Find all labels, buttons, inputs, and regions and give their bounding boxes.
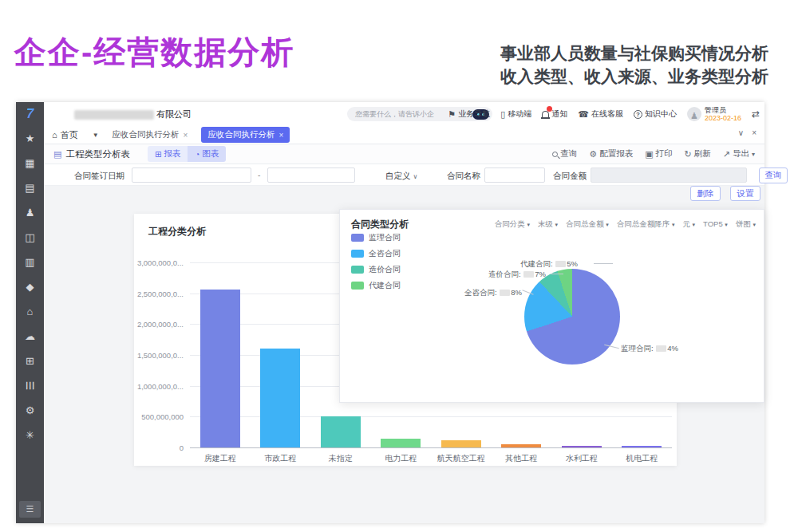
label-connector [551, 274, 563, 274]
chevron-down-icon: ▾ [752, 151, 755, 158]
settings-button[interactable]: 设置 [730, 186, 760, 201]
favorites-icon[interactable]: ★ [16, 126, 44, 151]
pie-label: 全咨合同: 8% [464, 288, 522, 298]
pie-chart-title: 合同类型分析 [351, 218, 409, 231]
asterisk-icon[interactable]: ✳ [16, 423, 44, 447]
report-icon[interactable]: ◫ [16, 225, 44, 250]
nav-item-移动端[interactable]: ▯移动端 [500, 108, 531, 120]
pie-filter-合同分类[interactable]: 合同分类 ▾ [495, 219, 530, 230]
bar-房建工程[interactable] [200, 290, 240, 447]
nav-item-业务导航[interactable]: ⚑业务导航 [448, 108, 490, 120]
contract-amount-input[interactable] [591, 167, 747, 183]
shield-icon[interactable]: ◆ [16, 274, 44, 299]
legend-item-代建合同: 代建合同 [351, 280, 401, 291]
contract-name-input[interactable] [484, 167, 545, 183]
date-from-input[interactable] [132, 167, 251, 183]
nav-item-通知[interactable]: 通知 [542, 108, 567, 120]
pie-filter-TOP5[interactable]: TOP5 ▾ [703, 219, 728, 230]
delete-button[interactable]: 删除 [690, 186, 721, 201]
pie-label-name: 造价合同: [488, 270, 523, 278]
switch-account-icon[interactable]: ⇄ [752, 108, 760, 120]
action-刷新[interactable]: ↻刷新 [685, 148, 711, 160]
bar-其他工程[interactable] [501, 444, 541, 447]
bar-机电工程[interactable] [622, 446, 662, 447]
pie-filter-label: TOP5 [703, 219, 725, 228]
tabs-chevron-icon[interactable]: ∨ [738, 128, 744, 137]
legend-swatch [351, 234, 364, 242]
project-icon[interactable]: ▥ [16, 250, 44, 274]
nav-label: 知识中心 [645, 108, 677, 120]
phone-icon: ▯ [500, 109, 505, 120]
action-配置报表[interactable]: ⚙配置报表 [589, 148, 633, 160]
home-dropdown-caret-icon[interactable]: ▼ [93, 132, 99, 139]
view-segmented-control: ⊞报表◔图表 [148, 146, 226, 162]
nav-item-知识中心[interactable]: ?知识中心 [634, 108, 677, 120]
legend-label: 监理合同 [369, 232, 401, 243]
dashboard-icon[interactable]: ▦ [16, 151, 44, 175]
user-icon[interactable]: ♟ [16, 200, 44, 225]
pie-filter-合同总金额[interactable]: 合同总金额 ▾ [566, 219, 609, 230]
action-label: 打印 [656, 148, 673, 160]
printer-icon: ▣ [645, 149, 653, 160]
app-logo-icon[interactable]: 7 [16, 102, 44, 126]
action-打印[interactable]: ▣打印 [645, 148, 672, 160]
tab-close-icon[interactable]: × [184, 131, 188, 140]
folder-icon[interactable]: ▤ [16, 175, 44, 200]
avatar: ♟ [687, 107, 701, 121]
view-toggle-报表[interactable]: ⊞报表 [148, 146, 188, 162]
pie-label-name: 监理合同: [621, 344, 655, 353]
chevron-down-icon: ▾ [606, 222, 609, 227]
tab-2[interactable]: 应收合同执行分析× [201, 127, 290, 143]
nav-item-在线客服[interactable]: ☎在线客服 [578, 108, 623, 120]
chevron-down-icon: ▾ [725, 222, 728, 227]
chevron-down-icon: ▾ [527, 222, 530, 227]
bar-未指定[interactable] [321, 416, 361, 447]
grid-icon[interactable]: ⊞ [16, 349, 44, 373]
gear-icon: ⚙ [589, 149, 597, 160]
legend-label: 代建合同 [369, 280, 401, 291]
store-icon[interactable]: ⌂ [16, 299, 44, 324]
tab-1[interactable]: 应收合同执行分析× [106, 127, 195, 143]
bar-电力工程[interactable] [381, 439, 421, 447]
pie-filter-饼图[interactable]: 饼图 ▾ [736, 219, 756, 230]
search-icon [552, 152, 558, 157]
bar-航天航空工程[interactable] [441, 440, 481, 447]
tabs-close-icon[interactable]: × [752, 128, 757, 137]
user-menu[interactable]: ♟ 管理员 2023-02-16 [687, 106, 741, 122]
pie-chart-filters: 合同分类 ▾末级 ▾合同总金额 ▾合同总金额降序 ▾元 ▾TOP5 ▾饼图 ▾ [495, 219, 756, 230]
bar-市政工程[interactable] [260, 349, 300, 447]
pie-label-name: 代建合同: [520, 259, 555, 268]
bar-水利工程[interactable] [562, 446, 602, 447]
pie-filter-合同总金额降序[interactable]: 合同总金额降序 ▾ [617, 219, 675, 230]
action-导出[interactable]: ↗导出▾ [723, 148, 755, 160]
date-separator: - [258, 171, 260, 179]
query-button[interactable]: 查询 [759, 167, 788, 183]
date-filter-label: 合同签订日期 [74, 171, 124, 182]
bar-chart-icon[interactable]: ☰ [16, 373, 44, 398]
action-查询[interactable]: 查询 [552, 148, 577, 160]
date-to-input[interactable] [267, 167, 355, 183]
x-category-label: 未指定 [310, 453, 371, 464]
range-dropdown[interactable]: 自定义 ∨ [385, 171, 417, 182]
app-window: 7 ★▦▤♟◫▥◆⌂☁⊞☰⚙✳☰ 有限公司 您需要什么，请告诉小企 ⚑业务导航▯… [16, 102, 764, 523]
view-toggle-图表[interactable]: ◔图表 [188, 146, 226, 162]
tab-close-icon[interactable]: × [279, 131, 283, 140]
pie-filter-元[interactable]: 元 ▾ [682, 219, 695, 230]
refresh-icon: ↻ [685, 149, 692, 160]
y-tick-label: 0 [128, 443, 184, 452]
settings-gear-icon[interactable]: ⚙ [16, 398, 44, 423]
y-tick-label: 500,000,000 [128, 412, 184, 421]
cloud-icon[interactable]: ☁ [16, 324, 44, 349]
legend-item-监理合同: 监理合同 [351, 232, 401, 243]
topbar-nav: ⚑业务导航▯移动端通知☎在线客服?知识中心 ♟ 管理员 2023-02-16 ⇄ [448, 102, 760, 126]
toolbar-actions: 查询⚙配置报表▣打印↻刷新↗导出▾ [552, 148, 755, 160]
sidebar-collapse-icon[interactable]: ☰ [19, 501, 41, 518]
bar-chart-title: 工程分类分析 [148, 225, 206, 238]
tab-label: 应收合同执行分析 [113, 129, 180, 140]
chevron-down-icon: ∨ [413, 173, 417, 180]
tab-home[interactable]: ⌂ 首页 ▼ [52, 129, 99, 141]
pie-filter-label: 饼图 [736, 219, 753, 228]
x-category-label: 航天航空工程 [431, 453, 492, 464]
pie-filter-末级[interactable]: 末级 ▾ [538, 219, 558, 230]
y-tick-label: 2,500,000,0... [128, 289, 184, 298]
